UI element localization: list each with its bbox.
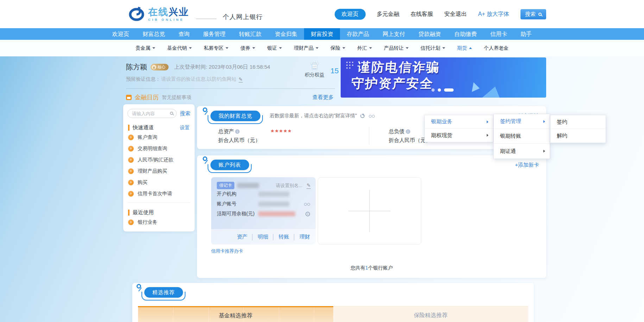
nav-item-welcome[interactable]: 欢迎页 <box>106 28 136 40</box>
credit-card-recommend-link[interactable]: 信用卡推荐办卡 <box>211 248 243 254</box>
header-link-service[interactable]: 在线客服 <box>411 11 433 18</box>
sidebar-search-input[interactable] <box>127 109 177 118</box>
card-alias-hint: 请设置别名... <box>276 182 302 189</box>
subnav-bank-securities[interactable]: 银证 <box>267 45 282 51</box>
add-new-card-link[interactable]: +添加新卡 <box>515 162 539 168</box>
account-list-panel: 账户列表 +添加新卡 借记卡 请设置别名... <box>197 155 546 278</box>
nav-item-deposit-products[interactable]: 存款产品 <box>340 28 376 40</box>
top-header: 在线兴业 CIB ONLINE 个人网上银行 欢迎页 多元金融 在线客服 安全退… <box>0 0 644 28</box>
sidebar-item-transaction-detail[interactable]: 交易明细查询 <box>127 143 190 154</box>
subnav-wealth-products[interactable]: 理财产品 <box>294 45 318 51</box>
banner-line2: 守护资产安全 <box>351 75 434 92</box>
card-link-assets[interactable]: 资产 <box>237 234 247 240</box>
eye-icon[interactable] <box>305 212 310 216</box>
subnav-insurance[interactable]: 保险 <box>330 45 345 51</box>
chevron-down-icon <box>406 47 409 49</box>
arrow-circle-icon <box>128 146 134 151</box>
page: 在线兴业 CIB ONLINE 个人网上银行 欢迎页 多元金融 在线客服 安全退… <box>0 0 644 322</box>
menu-item-sign-management[interactable]: 签约管理 <box>494 114 550 129</box>
nav-item-inquiry[interactable]: 查询 <box>172 28 196 40</box>
subnav-fund-sales[interactable]: 基金代销 <box>167 45 192 51</box>
glasses-icon[interactable] <box>369 114 375 118</box>
sidebar-search-button[interactable]: 搜索 <box>180 110 190 117</box>
subnav-precious-metals[interactable]: 贵金属 <box>135 45 155 51</box>
featured-title[interactable]: 精选推荐 <box>144 287 183 298</box>
chevron-down-icon <box>369 47 372 49</box>
card-link-details[interactable]: 明细 <box>258 234 268 240</box>
info-icon[interactable] <box>406 129 410 134</box>
menu-item-sign[interactable]: 签约 <box>550 115 606 129</box>
nav-item-wealth-investment[interactable]: 财富投资 <box>304 28 340 40</box>
nav-item-assistant[interactable]: 助手 <box>514 28 538 40</box>
nav-item-self-service-payment[interactable]: 自助缴费 <box>448 28 484 40</box>
edit-verify-icon[interactable] <box>239 76 243 82</box>
section-badge: 精选推荐 <box>144 287 183 298</box>
assets-currency-label: 折合人民币（元） <box>218 136 260 144</box>
points-crown-icon <box>301 60 328 70</box>
carousel-dots[interactable] <box>431 88 454 92</box>
arrow-circle-icon <box>128 168 134 174</box>
quick-channel-settings[interactable]: 设置 <box>180 125 190 131</box>
refresh-icon[interactable] <box>360 114 365 118</box>
edit-alias-icon[interactable] <box>307 182 311 189</box>
account-list-title[interactable]: 账户列表 <box>210 160 249 170</box>
tab-insurance-recommend[interactable]: 保险精选推荐 <box>333 306 529 322</box>
carousel-dot[interactable] <box>431 88 435 92</box>
welcome-page-button[interactable]: 欢迎页 <box>335 9 366 20</box>
header-link-finance[interactable]: 多元金融 <box>377 11 399 18</box>
sidebar-item-account-inquiry[interactable]: 账户查询 <box>127 132 190 143</box>
menu-item-options-spot[interactable]: 期权现货 <box>425 129 493 142</box>
sidebar-item-purchase[interactable]: 购买 <box>127 177 190 188</box>
subnav-personal-pension[interactable]: 个人养老金 <box>484 45 509 51</box>
carousel-dot[interactable] <box>438 88 441 92</box>
nav-item-fund-collection[interactable]: 资金归集 <box>268 28 304 40</box>
banner-triangle-decoration <box>472 82 481 93</box>
header-link-logout[interactable]: 安全退出 <box>444 11 467 18</box>
nav-item-loan-financing[interactable]: 贷款融资 <box>412 28 448 40</box>
sidebar-item-rmb-fx-repayment[interactable]: 人民币/购汇还款 <box>127 154 190 166</box>
nav-item-service-management[interactable]: 服务管理 <box>196 28 232 40</box>
sidebar-item-banking-business[interactable]: 银行业务 <box>127 217 190 228</box>
nav-item-online-payment[interactable]: 网上支付 <box>376 28 412 40</box>
menu-item-futures-securities-link[interactable]: 期证通 <box>494 144 550 159</box>
last-login-time: 上次登录时间: 2023年03月06日 16:58:54 <box>174 64 270 70</box>
subnav-bonds[interactable]: 债券 <box>240 45 255 51</box>
wealth-overview-title[interactable]: 我的财富总览 <box>210 111 260 121</box>
card-link-transfer[interactable]: 转账 <box>279 234 289 240</box>
carousel-dot-active[interactable] <box>444 88 454 92</box>
sidebar-item-credit-card-first-apply[interactable]: 信用卡首次申请 <box>127 188 190 199</box>
card-type-badge: 借记卡 <box>217 182 234 189</box>
chevron-down-icon <box>279 47 282 49</box>
sidebar-item-wealth-product-purchase[interactable]: 理财产品购买 <box>127 166 190 177</box>
debit-card[interactable]: 借记卡 请设置别名... 开户机构 账户账号 活期可用余额(元) 资产│ <box>211 177 316 244</box>
subnav-trust-plan[interactable]: 信托计划 <box>421 45 445 51</box>
bank-logo: 在线兴业 CIB ONLINE 个人网上银行 <box>128 7 263 21</box>
section-badge: 我的财富总览 <box>210 111 260 121</box>
divider <box>126 88 335 89</box>
subnav-futures[interactable]: 期货 <box>457 45 472 51</box>
info-icon[interactable] <box>235 129 240 134</box>
header-search-button[interactable]: 搜索 <box>520 9 546 19</box>
promo-banner[interactable]: 谨防电信诈骗 守护资产安全 <box>341 57 546 98</box>
tab-fund-recommend[interactable]: 基金精选推荐 <box>138 306 333 322</box>
points-block[interactable]: 积分权益 15 <box>301 60 328 78</box>
empty-card-slot[interactable] <box>318 177 421 244</box>
recent-used-title: 最近使用 <box>133 209 154 216</box>
menu-item-bank-futures-transfer[interactable]: 银期转账 <box>494 129 550 144</box>
see-more-link[interactable]: 查看更多 <box>312 94 334 101</box>
nav-item-wealth-overview[interactable]: 财富总览 <box>136 28 172 40</box>
quick-channel-title: 快速通道 <box>133 124 154 131</box>
masked-card-name <box>237 183 259 188</box>
nav-item-transfer-remit[interactable]: 转账汇款 <box>232 28 268 40</box>
glasses-icon[interactable] <box>304 203 310 206</box>
card-link-wealth[interactable]: 理财 <box>299 234 310 240</box>
subnav-product-transfer[interactable]: 产品转让 <box>384 45 409 51</box>
subnav-private-placement[interactable]: 私募专区 <box>204 45 228 51</box>
nav-item-credit-card[interactable]: 信用卡 <box>484 28 514 40</box>
chevron-up-icon <box>469 47 472 49</box>
main-nav: 欢迎页 财富总览 查询 服务管理 转账汇款 资金归集 财富投资 存款产品 网上支… <box>0 28 644 40</box>
font-zoom-button[interactable]: A+ 放大字体 <box>478 11 509 18</box>
subnav-forex[interactable]: 外汇 <box>357 45 372 51</box>
menu-item-bank-futures-business[interactable]: 银期业务 <box>425 115 493 129</box>
menu-item-terminate[interactable]: 解约 <box>550 129 606 143</box>
